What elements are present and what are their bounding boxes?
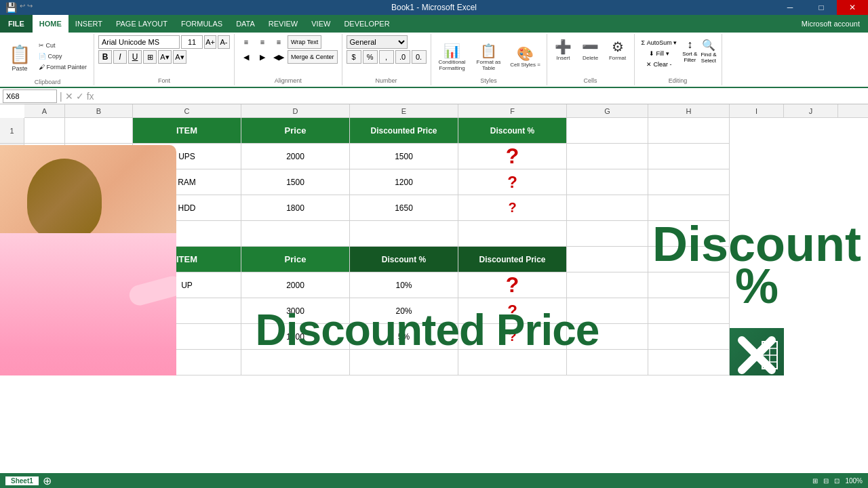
decimal-increase-button[interactable]: .0 [395, 50, 410, 64]
confirm-formula-button[interactable]: ✓ [76, 91, 84, 102]
grid-cell-e8[interactable]: 20% [350, 298, 458, 324]
window-controls[interactable]: ─ □ ✕ [774, 0, 868, 15]
tab-review[interactable]: REVIEW [262, 15, 304, 33]
grid-cell-c8[interactable] [133, 298, 241, 324]
grid-cell-h5[interactable] [648, 221, 730, 247]
grid-cell-c9[interactable] [133, 324, 241, 350]
minimize-button[interactable]: ─ [774, 0, 806, 15]
delete-cells-button[interactable]: ➖ Delete [578, 38, 603, 75]
grid-cell-a8[interactable] [24, 298, 65, 324]
align-center-button[interactable]: ▶ [255, 50, 270, 64]
grid-cell-c5[interactable] [133, 221, 241, 247]
tab-formulas[interactable]: FORMULAS [174, 15, 229, 33]
grid-cell-h6[interactable] [648, 247, 730, 272]
grid-cell-g3[interactable] [567, 169, 648, 195]
grid-cell-g9[interactable] [567, 324, 648, 350]
grid-cell-d5[interactable] [241, 221, 350, 247]
grid-cell-a2[interactable] [24, 144, 65, 169]
grid-cell-f8[interactable]: ? [458, 298, 567, 324]
currency-button[interactable]: $ [347, 50, 361, 64]
comma-button[interactable]: , [379, 50, 394, 64]
grid-cell-e7[interactable]: 10% [350, 272, 458, 298]
view-pagebreak-button[interactable]: ⊡ [834, 477, 840, 485]
find-select-button[interactable]: 🔍 Find & Select [700, 38, 717, 64]
tab-file[interactable]: FILE [0, 15, 33, 33]
grid-cell-h2[interactable] [648, 144, 730, 169]
grid-cell-g5[interactable] [567, 221, 648, 247]
grid-cell-g7[interactable] [567, 272, 648, 298]
insert-function-button[interactable]: fx [87, 91, 94, 102]
view-normal-button[interactable]: ⊞ [812, 477, 818, 485]
grid-cell-g2[interactable] [567, 144, 648, 169]
cancel-formula-button[interactable]: ✕ [65, 91, 73, 102]
font-size-decrease-button[interactable]: A- [218, 35, 230, 49]
grid-cell-d4[interactable]: 1800 [241, 195, 350, 221]
grid-cell-f1[interactable]: Discount % [458, 118, 567, 144]
grid-cell-c4[interactable]: HDD [133, 195, 241, 221]
grid-cell-d6[interactable]: Price [241, 247, 350, 272]
grid-cell-e2[interactable]: 1500 [350, 144, 458, 169]
grid-cell-g10[interactable] [567, 350, 648, 375]
grid-cell-g1[interactable] [567, 118, 648, 144]
grid-cell-b3[interactable] [65, 169, 133, 195]
copy-button[interactable]: 📄 Copy [36, 52, 90, 61]
grid-cell-a9[interactable] [24, 324, 65, 350]
grid-cell-d2[interactable]: 2000 [241, 144, 350, 169]
grid-cell-f9[interactable]: ? [458, 324, 567, 350]
grid-cell-f2[interactable]: ? [458, 144, 567, 169]
grid-cell-c6[interactable]: ITEM [133, 247, 241, 272]
grid-cell-e6[interactable]: Discount % [350, 247, 458, 272]
grid-cell-e10[interactable] [350, 350, 458, 375]
tab-page-layout[interactable]: PAGE LAYOUT [109, 15, 174, 33]
grid-cell-h8[interactable] [648, 298, 730, 324]
grid-cell-e4[interactable]: 1650 [350, 195, 458, 221]
percent-button[interactable]: % [363, 50, 378, 64]
grid-cell-a1[interactable] [24, 118, 65, 144]
tab-developer[interactable]: DEVELOPER [337, 15, 396, 33]
grid-cell-b6[interactable] [65, 247, 133, 272]
grid-cell-e3[interactable]: 1200 [350, 169, 458, 195]
format-painter-button[interactable]: 🖌 Format Painter [36, 62, 90, 72]
maximize-button[interactable]: □ [806, 0, 837, 15]
grid-cell-g8[interactable] [567, 298, 648, 324]
grid-cell-b10[interactable] [65, 350, 133, 375]
grid-cell-a4[interactable] [24, 195, 65, 221]
bold-button[interactable]: B [98, 50, 112, 64]
grid-cell-b8[interactable] [65, 298, 133, 324]
add-sheet-button[interactable]: ⊕ [43, 474, 52, 487]
grid-cell-a3[interactable] [24, 169, 65, 195]
close-button[interactable]: ✕ [837, 0, 868, 15]
grid-cell-h3[interactable] [648, 169, 730, 195]
grid-cell-f10[interactable] [458, 350, 567, 375]
tab-data[interactable]: DATA [229, 15, 262, 33]
wrap-text-button[interactable]: Wrap Text [288, 35, 321, 49]
font-name-input[interactable] [98, 35, 180, 49]
grid-cell-f5[interactable] [458, 221, 567, 247]
grid-cell-h4[interactable] [648, 195, 730, 221]
grid-cell-f6[interactable]: Discounted Price [458, 247, 567, 272]
formula-input[interactable] [97, 89, 865, 103]
grid-cell-a5[interactable] [24, 221, 65, 247]
view-layout-button[interactable]: ⊟ [823, 477, 829, 485]
conditional-formatting-button[interactable]: 📊 Conditional Formatting [435, 38, 469, 75]
grid-cell-c7[interactable]: UP [133, 272, 241, 298]
format-cells-button[interactable]: ⚙ Format [606, 38, 630, 75]
grid-cell-e9[interactable]: 5% [350, 324, 458, 350]
font-color-button[interactable]: A▾ [173, 50, 186, 64]
insert-cells-button[interactable]: ➕ Insert [551, 38, 576, 75]
grid-cell-a6[interactable] [24, 247, 65, 272]
font-size-increase-button[interactable]: A+ [204, 35, 216, 49]
grid-cell-f7[interactable]: ? [458, 272, 567, 298]
sort-filter-button[interactable]: ↕ Sort & Filter [682, 38, 698, 64]
grid-cell-d1[interactable]: Price [241, 118, 350, 144]
grid-cell-h9[interactable] [648, 324, 730, 350]
grid-cell-d9[interactable]: 1000 [241, 324, 350, 350]
grid-cell-c1[interactable]: ITEM [133, 118, 241, 144]
format-as-table-button[interactable]: 📋 Format as Table [472, 38, 506, 75]
clear-button[interactable]: ✕ Clear - [639, 60, 680, 69]
align-top-center-button[interactable]: ≡ [255, 35, 270, 49]
tab-insert[interactable]: INSERT [68, 15, 109, 33]
grid-cell-b5[interactable] [65, 221, 133, 247]
grid-cell-b7[interactable] [65, 272, 133, 298]
grid-cell-d10[interactable] [241, 350, 350, 375]
